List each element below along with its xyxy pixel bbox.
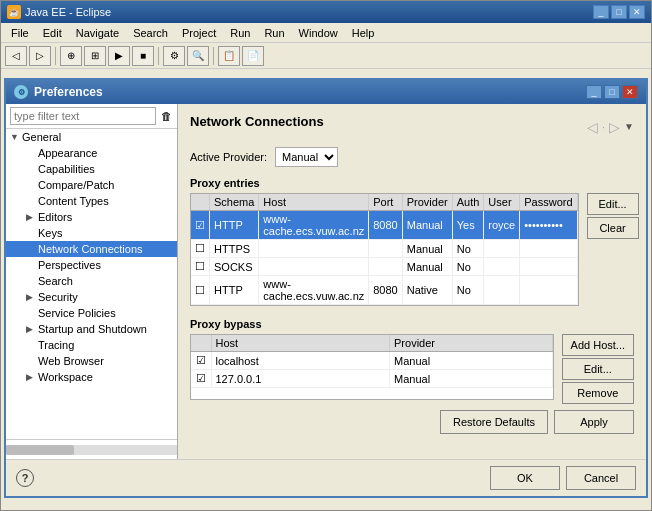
nav-dropdown-icon[interactable]: ▼ — [624, 121, 634, 132]
toolbar-btn-9[interactable]: 📋 — [218, 46, 240, 66]
menu-search[interactable]: Search — [127, 25, 174, 41]
toolbar-btn-6[interactable]: ■ — [132, 46, 154, 66]
toolbar-btn-7[interactable]: ⚙ — [163, 46, 185, 66]
menu-bar: File Edit Navigate Search Project Run Ru… — [1, 23, 651, 43]
sidebar-item-label: Compare/Patch — [38, 179, 114, 191]
table-row[interactable]: ☑ HTTP www-cache.ecs.vuw.ac.nz 8080 Manu… — [191, 211, 577, 240]
sidebar-item-label: Service Policies — [38, 307, 116, 319]
toolbar-sep-2 — [158, 47, 159, 65]
menu-help[interactable]: Help — [346, 25, 381, 41]
sidebar-item-workspace[interactable]: ▶ Workspace — [6, 369, 177, 385]
edit-proxy-button[interactable]: Edit... — [587, 193, 639, 215]
sidebar-item-compare-patch[interactable]: Compare/Patch — [6, 177, 177, 193]
sidebar-item-appearance[interactable]: Appearance — [6, 145, 177, 161]
row-host: www-cache.ecs.vuw.ac.nz — [259, 276, 369, 305]
active-provider-select[interactable]: Manual — [275, 147, 338, 167]
bypass-table: Host Provider ☑ localhost Manual — [191, 335, 553, 388]
content-panel: Network Connections ◁ · ▷ ▼ Active Provi… — [178, 104, 646, 459]
chevron-right-icon: ▶ — [26, 212, 36, 222]
nav-back-icon[interactable]: ◁ — [587, 119, 598, 135]
add-host-button[interactable]: Add Host... — [562, 334, 634, 356]
row-provider: Manual — [402, 258, 452, 276]
maximize-button[interactable]: □ — [611, 5, 627, 19]
row-port: 8080 — [369, 211, 402, 240]
sidebar-item-keys[interactable]: Keys — [6, 225, 177, 241]
sidebar-item-label: Perspectives — [38, 259, 101, 271]
row-user — [484, 258, 520, 276]
sidebar-item-security[interactable]: ▶ Security — [6, 289, 177, 305]
table-row[interactable]: ☑ 127.0.0.1 Manual — [191, 370, 552, 388]
sidebar-item-startup[interactable]: ▶ Startup and Shutdown — [6, 321, 177, 337]
sidebar-item-search[interactable]: Search — [6, 273, 177, 289]
menu-edit[interactable]: Edit — [37, 25, 68, 41]
sidebar-item-capabilities[interactable]: Capabilities — [6, 161, 177, 177]
row-checkbox[interactable]: ☐ — [191, 258, 210, 276]
table-row[interactable]: ☐ HTTP www-cache.ecs.vuw.ac.nz 8080 Nati… — [191, 276, 577, 305]
toolbar-btn-10[interactable]: 📄 — [242, 46, 264, 66]
toolbar-btn-8[interactable]: 🔍 — [187, 46, 209, 66]
sidebar-item-general[interactable]: ▼ General — [6, 129, 177, 145]
minimize-button[interactable]: _ — [593, 5, 609, 19]
menu-window[interactable]: Window — [293, 25, 344, 41]
bypass-col-provider: Provider — [390, 335, 553, 352]
panel-title: Network Connections — [190, 114, 324, 129]
table-row[interactable]: ☑ localhost Manual — [191, 352, 552, 370]
sidebar-item-content-types[interactable]: Content Types — [6, 193, 177, 209]
sidebar-item-web-browser[interactable]: Web Browser — [6, 353, 177, 369]
close-button[interactable]: ✕ — [629, 5, 645, 19]
toolbar-btn-3[interactable]: ⊕ — [60, 46, 82, 66]
col-check — [191, 194, 210, 211]
sidebar-item-perspectives[interactable]: Perspectives — [6, 257, 177, 273]
edit-bypass-button[interactable]: Edit... — [562, 358, 634, 380]
toolbar-btn-2[interactable]: ▷ — [29, 46, 51, 66]
col-schema: Schema — [210, 194, 259, 211]
row-host — [259, 258, 369, 276]
tree-items: ▼ General Appearance Capabilities — [6, 129, 177, 439]
menu-project[interactable]: Project — [176, 25, 222, 41]
table-row[interactable]: ☐ SOCKS Manual No — [191, 258, 577, 276]
sidebar-item-service-policies[interactable]: Service Policies — [6, 305, 177, 321]
remove-bypass-button[interactable]: Remove — [562, 382, 634, 404]
menu-run1[interactable]: Run — [224, 25, 256, 41]
toolbar-btn-4[interactable]: ⊞ — [84, 46, 106, 66]
eclipse-window: ☕ Java EE - Eclipse _ □ ✕ File Edit Navi… — [0, 0, 652, 511]
menu-navigate[interactable]: Navigate — [70, 25, 125, 41]
row-port — [369, 240, 402, 258]
bypass-row-checkbox[interactable]: ☑ — [191, 370, 211, 388]
dialog-minimize-button[interactable]: _ — [586, 85, 602, 99]
nav-forward-icon[interactable]: ▷ — [609, 119, 620, 135]
apply-button[interactable]: Apply — [554, 410, 634, 434]
ok-button[interactable]: OK — [490, 466, 560, 490]
row-user: royce — [484, 211, 520, 240]
menu-file[interactable]: File — [5, 25, 35, 41]
col-auth: Auth — [452, 194, 484, 211]
proxy-bypass-label: Proxy bypass — [190, 318, 634, 330]
dialog-maximize-button[interactable]: □ — [604, 85, 620, 99]
row-checkbox[interactable]: ☐ — [191, 276, 210, 305]
row-checkbox[interactable]: ☑ — [191, 211, 210, 240]
help-button[interactable]: ? — [16, 469, 34, 487]
sidebar-item-tracing[interactable]: Tracing — [6, 337, 177, 353]
table-row[interactable]: ☐ HTTPS Manual No — [191, 240, 577, 258]
row-checkbox[interactable]: ☐ — [191, 240, 210, 258]
bypass-row-checkbox[interactable]: ☑ — [191, 352, 211, 370]
filter-input[interactable] — [10, 107, 156, 125]
clear-proxy-button[interactable]: Clear — [587, 217, 639, 239]
dialog-close-button[interactable]: ✕ — [622, 85, 638, 99]
toolbar-btn-5[interactable]: ▶ — [108, 46, 130, 66]
dialog-title: Preferences — [34, 85, 580, 99]
sidebar-item-editors[interactable]: ▶ Editors — [6, 209, 177, 225]
proxy-entries-table: Schema Host Port Provider Auth User Pass… — [191, 194, 578, 305]
menu-run2[interactable]: Run — [258, 25, 290, 41]
sidebar-item-network-connections[interactable]: Network Connections — [6, 241, 177, 257]
cancel-button[interactable]: Cancel — [566, 466, 636, 490]
row-password: •••••••••• — [520, 211, 577, 240]
filter-clear-icon[interactable]: 🗑 — [160, 108, 173, 124]
sidebar-item-label: General — [22, 131, 61, 143]
chevron-right-icon: ▶ — [26, 292, 36, 302]
restore-defaults-button[interactable]: Restore Defaults — [440, 410, 548, 434]
toolbar-btn-1[interactable]: ◁ — [5, 46, 27, 66]
row-provider: Native — [402, 276, 452, 305]
row-schema: HTTP — [210, 276, 259, 305]
dialog-title-bar: ⚙ Preferences _ □ ✕ — [6, 80, 646, 104]
